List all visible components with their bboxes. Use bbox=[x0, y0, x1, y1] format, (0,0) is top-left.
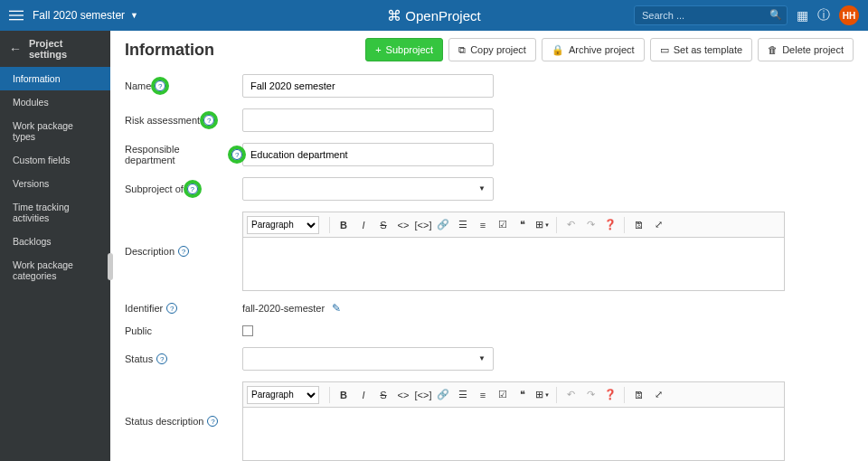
editor-toolbar-desc: Paragraph B I S <> [<>] 🔗 ☰ ≡ ☑ ❝ ⊞▼ ↶ ↷ bbox=[242, 212, 785, 237]
status-desc-editor[interactable] bbox=[242, 407, 785, 461]
help-icon-identifier[interactable]: ? bbox=[166, 303, 177, 314]
lock-icon: 🔒 bbox=[552, 44, 564, 56]
desc-label: Description bbox=[125, 246, 175, 257]
plus-icon: + bbox=[375, 44, 381, 55]
archive-project-button[interactable]: 🔒Archive project bbox=[542, 38, 645, 61]
sidebar-item-wp-categories[interactable]: Work package categories bbox=[0, 253, 110, 287]
bullet-icon[interactable]: ☰ bbox=[454, 216, 472, 234]
pencil-icon[interactable]: ✎ bbox=[332, 302, 341, 315]
svg-rect-2 bbox=[9, 19, 24, 20]
subproject-button[interactable]: +Subproject bbox=[365, 38, 443, 61]
main-content: Information +Subproject ⧉Copy project 🔒A… bbox=[110, 31, 868, 461]
attach-icon[interactable]: 🖺 bbox=[629, 216, 647, 234]
sidebar-header[interactable]: ← Project settings bbox=[0, 31, 110, 67]
table-icon[interactable]: ⊞▼ bbox=[533, 216, 552, 234]
bold-icon[interactable]: B bbox=[335, 386, 353, 404]
help-icon-name[interactable]: ? bbox=[155, 80, 165, 91]
misc-icon[interactable]: ❓ bbox=[601, 216, 619, 234]
set-template-button[interactable]: ▭Set as template bbox=[650, 38, 752, 61]
strike-icon[interactable]: S bbox=[374, 386, 392, 404]
name-label: Name bbox=[125, 80, 151, 91]
brand-text: OpenProject bbox=[405, 8, 480, 24]
redo-icon[interactable]: ↷ bbox=[581, 386, 599, 404]
sidebar-item-backlogs[interactable]: Backlogs bbox=[0, 230, 110, 253]
search-icon[interactable]: 🔍 bbox=[769, 9, 782, 21]
status-label: Status bbox=[125, 353, 153, 364]
help-icon[interactable]: ⓘ bbox=[817, 7, 830, 24]
description-editor[interactable] bbox=[242, 237, 785, 291]
avatar[interactable]: HH bbox=[839, 5, 859, 25]
project-selector[interactable]: Fall 2020 semester ▼ bbox=[33, 9, 138, 22]
quote-icon[interactable]: ❝ bbox=[514, 216, 532, 234]
page-title: Information bbox=[125, 41, 214, 60]
attach-icon[interactable]: 🖺 bbox=[629, 386, 647, 404]
redo-icon[interactable]: ↷ bbox=[581, 216, 599, 234]
brand-icon: ⌘ bbox=[387, 7, 401, 24]
risk-input[interactable] bbox=[242, 108, 494, 132]
expand-icon[interactable]: ⤢ bbox=[649, 386, 667, 404]
search-box: 🔍 bbox=[634, 5, 788, 25]
svg-rect-0 bbox=[9, 11, 24, 12]
table-icon[interactable]: ⊞▼ bbox=[533, 386, 552, 404]
public-checkbox[interactable] bbox=[242, 325, 253, 336]
help-icon-desc[interactable]: ? bbox=[178, 246, 189, 257]
sidebar-item-versions[interactable]: Versions bbox=[0, 172, 110, 195]
sidebar-item-custom-fields[interactable]: Custom fields bbox=[0, 148, 110, 172]
sidebar-item-information[interactable]: Information bbox=[0, 67, 110, 90]
dept-input[interactable] bbox=[242, 143, 494, 166]
brand-logo[interactable]: ⌘ OpenProject bbox=[387, 7, 480, 24]
todo-icon[interactable]: ☑ bbox=[494, 386, 512, 404]
risk-label: Risk assessment bbox=[125, 115, 200, 126]
codeblock-icon[interactable]: [<>] bbox=[414, 386, 432, 404]
copy-icon: ⧉ bbox=[458, 44, 466, 56]
undo-icon[interactable]: ↶ bbox=[561, 386, 580, 404]
dept-label: Responsible department bbox=[125, 144, 228, 165]
help-icon-risk[interactable]: ? bbox=[203, 115, 214, 126]
hamburger-icon[interactable] bbox=[9, 8, 24, 23]
status-desc-label: Status description bbox=[125, 416, 203, 427]
sidebar-item-wp-types[interactable]: Work package types bbox=[0, 114, 110, 148]
link-icon[interactable]: 🔗 bbox=[434, 216, 452, 234]
sidebar: ← Project settings Information Modules W… bbox=[0, 31, 110, 461]
name-input[interactable] bbox=[242, 74, 494, 98]
back-arrow-icon[interactable]: ← bbox=[9, 42, 22, 56]
sidebar-item-time-tracking[interactable]: Time tracking activities bbox=[0, 195, 110, 230]
help-icon-status-desc[interactable]: ? bbox=[207, 416, 218, 427]
numbered-icon[interactable]: ≡ bbox=[474, 386, 492, 404]
misc-icon[interactable]: ❓ bbox=[601, 386, 619, 404]
svg-rect-1 bbox=[9, 14, 24, 15]
todo-icon[interactable]: ☑ bbox=[494, 216, 512, 234]
code-icon[interactable]: <> bbox=[394, 216, 412, 234]
apps-icon[interactable]: ▦ bbox=[797, 8, 808, 23]
sidebar-item-modules[interactable]: Modules bbox=[0, 90, 110, 114]
help-icon-status[interactable]: ? bbox=[156, 353, 167, 364]
delete-project-button[interactable]: 🗑Delete project bbox=[758, 38, 854, 61]
status-select[interactable] bbox=[242, 347, 494, 371]
strike-icon[interactable]: S bbox=[374, 216, 392, 234]
codeblock-icon[interactable]: [<>] bbox=[414, 216, 432, 234]
bold-icon[interactable]: B bbox=[335, 216, 353, 234]
para-select-2[interactable]: Paragraph bbox=[247, 386, 319, 404]
undo-icon[interactable]: ↶ bbox=[561, 216, 580, 234]
code-icon[interactable]: <> bbox=[394, 386, 412, 404]
quote-icon[interactable]: ❝ bbox=[514, 386, 532, 404]
trash-icon: 🗑 bbox=[768, 44, 778, 55]
identifier-label: Identifier bbox=[125, 303, 163, 314]
search-input[interactable] bbox=[634, 5, 788, 25]
public-label: Public bbox=[125, 325, 152, 336]
italic-icon[interactable]: I bbox=[354, 216, 373, 234]
numbered-icon[interactable]: ≡ bbox=[474, 216, 492, 234]
sidebar-title: Project settings bbox=[29, 38, 101, 60]
template-icon: ▭ bbox=[660, 44, 669, 56]
identifier-value: fall-2020-semester bbox=[242, 303, 325, 314]
help-icon-dept[interactable]: ? bbox=[231, 149, 242, 160]
italic-icon[interactable]: I bbox=[354, 386, 373, 404]
subproject-select[interactable] bbox=[242, 177, 494, 201]
chevron-down-icon: ▼ bbox=[130, 11, 138, 20]
help-icon-subproject[interactable]: ? bbox=[187, 183, 198, 194]
copy-project-button[interactable]: ⧉Copy project bbox=[448, 38, 536, 61]
expand-icon[interactable]: ⤢ bbox=[649, 216, 667, 234]
link-icon[interactable]: 🔗 bbox=[434, 386, 452, 404]
para-select[interactable]: Paragraph bbox=[247, 216, 319, 234]
bullet-icon[interactable]: ☰ bbox=[454, 386, 472, 404]
